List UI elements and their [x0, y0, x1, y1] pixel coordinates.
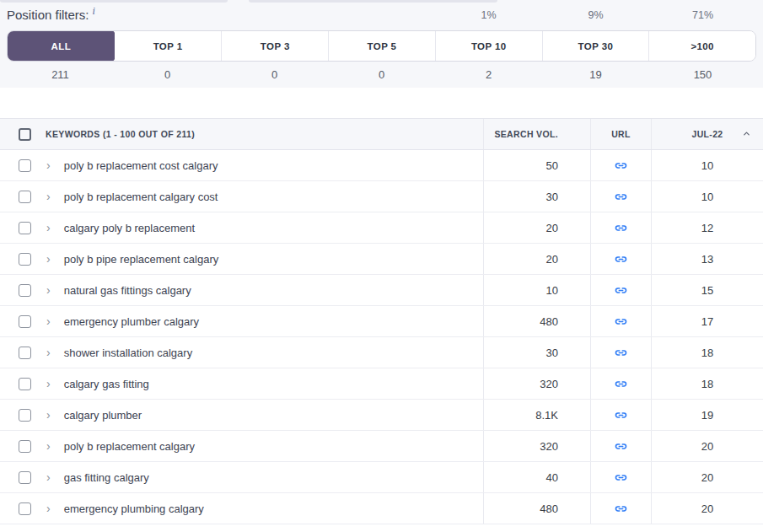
chevron-right-icon[interactable]: › [46, 191, 51, 202]
position-value[interactable]: 19 [657, 402, 759, 427]
row-checkbox[interactable] [19, 253, 31, 266]
search-volume-value[interactable]: 480 [540, 315, 558, 328]
search-volume-value[interactable]: 30 [546, 191, 558, 203]
url-link-button[interactable] [597, 309, 646, 334]
tab-over100[interactable]: >100 [648, 31, 755, 61]
chevron-right-icon[interactable]: › [46, 409, 51, 421]
search-volume-value[interactable]: 8.1K [535, 409, 558, 422]
position-value[interactable]: 17 [657, 309, 759, 334]
row-checkbox[interactable] [19, 159, 31, 172]
row-checkbox[interactable] [19, 222, 31, 234]
position-value[interactable]: 12 [657, 215, 759, 240]
chevron-right-icon[interactable]: › [46, 378, 51, 390]
tab-top3[interactable]: TOP 3 [221, 31, 328, 61]
keyword-link[interactable]: natural gas fittings calgary [64, 284, 191, 297]
url-link-button[interactable] [597, 434, 646, 459]
date-column-header[interactable]: JUL-22 [651, 119, 763, 149]
link-icon [614, 439, 628, 454]
keyword-link[interactable]: calgary plumber [64, 409, 142, 422]
keyword-link[interactable]: gas fitting calgary [64, 471, 149, 484]
tab-all[interactable]: ALL [7, 30, 116, 62]
position-filters-title: Position filters: [7, 8, 89, 22]
position-value[interactable]: 10 [657, 184, 759, 209]
row-checkbox[interactable] [19, 409, 31, 422]
keywords-column-header[interactable]: KEYWORDS (1 - 100 OUT OF 211) [46, 129, 195, 139]
keyword-link[interactable]: poly b replacement calgary cost [64, 191, 218, 203]
keywords-table: KEYWORDS (1 - 100 OUT OF 211) SEARCH VOL… [0, 118, 763, 524]
chevron-right-icon[interactable]: › [46, 315, 51, 327]
table-row: › natural gas fittings calgary [0, 275, 763, 306]
keyword-link[interactable]: shower installation calgary [64, 347, 192, 359]
keyword-link[interactable]: calgary poly b replacement [64, 222, 195, 234]
search-volume-value[interactable]: 20 [546, 253, 558, 266]
chevron-right-icon[interactable]: › [46, 253, 51, 265]
url-link-button[interactable] [597, 465, 646, 490]
row-checkbox[interactable] [19, 378, 31, 390]
row-checkbox[interactable] [19, 347, 31, 359]
chevron-right-icon[interactable]: › [46, 284, 51, 296]
info-icon[interactable]: i [93, 5, 95, 18]
search-volume-value[interactable]: 50 [546, 159, 558, 172]
url-link-button[interactable] [597, 185, 646, 209]
chevron-right-icon[interactable]: › [46, 502, 51, 514]
chevron-right-icon[interactable]: › [46, 471, 51, 483]
search-volume-value[interactable]: 40 [546, 471, 558, 484]
url-link-button[interactable] [597, 247, 646, 271]
table-header-row: KEYWORDS (1 - 100 OUT OF 211) SEARCH VOL… [0, 119, 763, 150]
tab-top1[interactable]: TOP 1 [115, 31, 222, 61]
keyword-link[interactable]: calgary gas fitting [64, 378, 149, 390]
keyword-link[interactable]: emergency plumber calgary [64, 315, 199, 328]
chevron-right-icon[interactable]: › [46, 347, 51, 358]
chevron-right-icon[interactable]: › [46, 222, 51, 234]
position-value[interactable]: 10 [657, 153, 759, 178]
sort-asc-icon[interactable] [742, 129, 751, 140]
url-link-button[interactable] [597, 403, 646, 427]
position-value[interactable]: 20 [657, 496, 759, 521]
row-checkbox[interactable] [19, 284, 31, 297]
search-volume-value[interactable]: 30 [546, 347, 558, 359]
search-volume-value[interactable]: 320 [540, 378, 558, 390]
url-link-button[interactable] [597, 278, 646, 303]
search-volume-value[interactable]: 10 [546, 284, 558, 297]
tab-top30[interactable]: TOP 30 [542, 31, 649, 61]
url-link-button[interactable] [597, 216, 646, 240]
select-all-checkbox[interactable] [19, 128, 31, 141]
search-volume-value[interactable]: 320 [540, 440, 558, 453]
table-row: › calgary plumber 8.1K [0, 400, 763, 431]
position-value[interactable]: 20 [657, 465, 759, 490]
position-value[interactable]: 18 [657, 371, 759, 396]
chevron-right-icon[interactable]: › [46, 440, 51, 452]
row-checkbox[interactable] [19, 502, 31, 515]
count-top1: 0 [114, 68, 221, 81]
tab-top5[interactable]: TOP 5 [328, 31, 435, 61]
row-checkbox[interactable] [19, 191, 31, 203]
row-checkbox[interactable] [19, 440, 31, 453]
url-link-button[interactable] [597, 341, 646, 365]
position-value[interactable]: 15 [657, 277, 759, 303]
chevron-right-icon[interactable]: › [46, 159, 51, 171]
row-checkbox[interactable] [19, 315, 31, 328]
url-link-button[interactable] [597, 497, 646, 521]
table-row: › poly b replacement calgary [0, 431, 763, 462]
position-value[interactable]: 13 [657, 246, 759, 271]
position-value[interactable]: 20 [657, 433, 759, 459]
url-link-button[interactable] [597, 372, 646, 396]
link-icon [614, 159, 628, 173]
search-volume-value[interactable]: 480 [540, 502, 558, 515]
filters-percent-row: Position filters: i 1% 9% 71% [7, 0, 756, 30]
row-checkbox[interactable] [19, 471, 31, 484]
keyword-link[interactable]: emergency plumbing calgary [64, 502, 204, 515]
count-over100: 150 [649, 68, 756, 81]
filters-count-row: 211 0 0 0 2 19 150 [7, 62, 756, 87]
position-value[interactable]: 18 [657, 340, 759, 365]
search-volume-value[interactable]: 20 [546, 222, 558, 234]
keyword-link[interactable]: poly b replacement cost calgary [64, 159, 218, 172]
count-top5: 0 [328, 68, 435, 81]
search-vol-column-header[interactable]: SEARCH VOL. [483, 119, 590, 149]
keyword-link[interactable]: poly b replacement calgary [64, 440, 195, 453]
url-link-button[interactable] [597, 153, 646, 178]
url-column-header[interactable]: URL [590, 119, 651, 149]
tab-top10[interactable]: TOP 10 [435, 31, 542, 61]
link-icon [614, 314, 628, 329]
keyword-link[interactable]: poly b pipe replacement calgary [64, 253, 219, 266]
